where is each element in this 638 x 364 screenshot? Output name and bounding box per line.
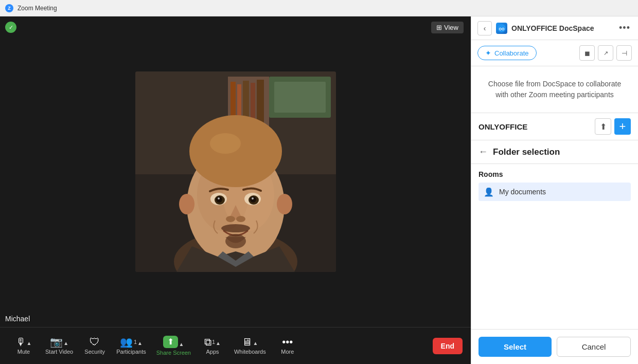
apps-arrow: ▲ [216,340,221,346]
folder-section: ← Folder selection [471,140,638,164]
start-video-button[interactable]: 📷 ▲ Start Video [41,334,77,358]
collapse-icon: ⊣ [622,49,627,57]
onlyoffice-app-icon: OO [496,23,507,34]
select-button[interactable]: Select [478,337,552,357]
folder-list: Rooms 👤 My documents [471,164,638,329]
apps-icon: ⧉ [204,337,211,347]
right-panel: ‹ OO ONLYOFFICE DocSpace ••• ✦ Collabora… [471,16,638,364]
svg-point-20 [216,196,222,203]
add-button[interactable]: + [614,118,631,135]
svg-rect-8 [251,83,255,123]
participant-face-svg [135,71,336,272]
more-label: More [281,349,294,355]
add-icon: + [619,120,626,133]
svg-point-25 [236,216,245,222]
video-top-bar: ⊞ View [424,16,471,39]
svg-point-29 [277,194,292,214]
panel-sub-header: ✦ Collaborate ◼ ↗ ⊣ [471,40,638,66]
panel-arrow-button[interactable]: ↗ [598,45,613,61]
arrow-icon: ↗ [604,50,608,57]
rooms-label: Rooms [478,170,631,178]
security-icon: 🛡 [90,337,100,347]
panel-app-name: ONLYOFFICE DocSpace [511,24,613,32]
svg-text:OO: OO [499,27,505,31]
upload-icon: ⬆ [600,122,607,132]
collaborate-button[interactable]: ✦ Collaborate [477,46,537,60]
whiteboards-icon: 🖥 [242,337,252,347]
panel-footer: Select Cancel [471,329,638,364]
record-icon: ◼ [584,49,590,57]
share-screen-icon-wrap: ⬆ [163,336,178,348]
panel-description: Choose file from DocSpace to collaborate… [471,66,638,113]
app-icon: Z [5,4,13,12]
security-label: Security [84,349,105,355]
svg-point-22 [218,197,220,199]
mute-icon: 🎙 [16,337,26,347]
mute-label: Mute [17,349,30,355]
share-screen-icon: ⬆ [167,338,174,346]
person-icon: 👤 [484,187,494,197]
grid-icon: ⊞ [436,24,442,31]
apps-count: 1 [212,339,215,345]
svg-rect-9 [257,80,264,123]
app-title: Zoom Meeting [17,5,57,12]
title-bar: Z Zoom Meeting [0,0,638,16]
panel-collapse-button[interactable]: ⊣ [616,45,632,61]
folder-back-button[interactable]: ← [478,147,488,157]
participant-video [135,71,336,272]
video-area: ✓ ⊞ View [0,16,471,364]
end-button[interactable]: End [433,338,463,354]
folder-title: Folder selection [493,147,560,157]
svg-point-21 [250,196,256,203]
upload-button[interactable]: ⬆ [595,118,611,135]
participants-arrow: ▲ [137,340,143,346]
security-shield-badge: ✓ [5,22,16,33]
cancel-button[interactable]: Cancel [557,337,631,357]
panel-back-button[interactable]: ‹ [477,21,492,35]
onlyoffice-logo-svg: OO [497,24,506,33]
video-icon: 📷 [50,337,63,347]
panel-header: ‹ OO ONLYOFFICE DocSpace ••• [471,16,638,40]
svg-point-14 [189,115,282,187]
toolbar: 🎙 ▲ Mute 📷 ▲ Start Video 🛡 Security [0,327,471,364]
collaborate-icon: ✦ [485,49,491,57]
video-arrow: ▲ [63,340,68,346]
view-button[interactable]: ⊞ View [431,22,464,33]
apps-button[interactable]: ⧉ 1 ▲ Apps [197,334,228,358]
svg-point-26 [221,224,250,232]
svg-point-24 [226,216,235,222]
onlyoffice-label: ONLYOFFICE [478,122,595,131]
more-icon: ••• [282,337,293,347]
whiteboards-label: Whiteboards [234,349,266,355]
more-button[interactable]: ••• More [272,334,303,358]
share-screen-arrow: ▲ [179,341,184,347]
apps-label: Apps [206,349,219,355]
svg-point-28 [179,194,194,214]
panel-icons-right: ◼ ↗ ⊣ [579,45,632,61]
participant-name: Michael [5,315,30,323]
participants-icon: 👥 [120,337,133,347]
my-documents-item[interactable]: 👤 My documents [478,183,631,201]
mute-button[interactable]: 🎙 ▲ Mute [8,334,39,358]
participants-count: 1 [134,339,137,345]
svg-point-23 [252,197,254,199]
panel-record-button[interactable]: ◼ [579,45,595,61]
whiteboards-button[interactable]: 🖥 ▲ Whiteboards [230,334,270,358]
svg-point-15 [210,133,241,154]
video-label: Start Video [45,349,73,355]
share-screen-button[interactable]: ⬆ ▲ Share Screen [152,333,195,359]
mute-arrow: ▲ [27,340,32,346]
participants-label: Participants [116,349,146,355]
whiteboards-arrow: ▲ [253,340,258,346]
video-content [0,16,471,327]
security-button[interactable]: 🛡 Security [79,334,110,358]
panel-more-button[interactable]: ••• [617,21,632,35]
share-screen-label: Share Screen [156,350,191,356]
folder-item-name: My documents [499,188,546,196]
svg-rect-3 [274,82,326,113]
main-area: ✓ ⊞ View [0,16,638,364]
onlyoffice-section: ONLYOFFICE ⬆ + [471,113,638,140]
participants-button[interactable]: 👥 1 ▲ Participants [112,334,150,358]
